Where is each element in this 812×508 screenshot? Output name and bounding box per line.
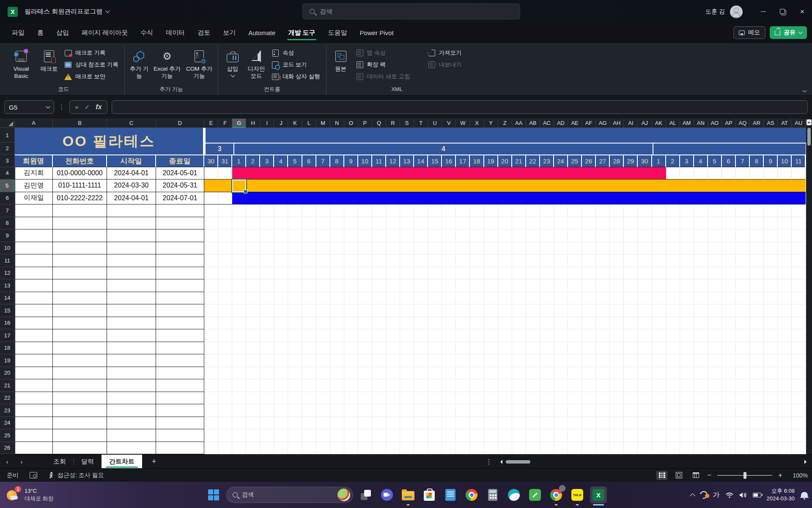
grid-cell[interactable] [470,229,484,242]
grid-cell[interactable] [386,217,400,230]
empty-table-cell[interactable] [156,354,204,367]
grid-cell[interactable] [288,379,302,392]
grid-cell[interactable] [666,442,680,455]
design-mode-button[interactable]: 디자인 모드 [245,47,267,83]
scroll-up-arrow[interactable] [807,119,812,125]
grid-cell[interactable] [456,354,470,367]
grid-cell[interactable] [260,217,274,230]
grid-cell[interactable] [358,204,372,217]
grid-cell[interactable] [344,417,358,430]
column-header-A[interactable]: A [15,119,53,128]
grid-cell[interactable] [554,317,568,330]
column-header-L[interactable]: L [302,119,316,128]
empty-table-cell[interactable] [107,204,156,217]
grid-cell[interactable] [652,204,666,217]
gantt-bar-cell[interactable] [484,179,498,192]
grid-cell[interactable] [540,329,554,342]
grid-cell[interactable] [778,354,792,367]
grid-cell[interactable] [484,254,498,267]
grid-cell[interactable] [344,342,358,355]
grid-cell[interactable] [764,329,778,342]
gantt-bar-cell[interactable] [680,192,694,205]
grid-cell[interactable] [484,217,498,230]
grid-cell[interactable] [442,367,456,380]
grid-cell[interactable] [260,242,274,255]
grid-cell[interactable] [246,367,260,380]
grid-cell[interactable] [750,217,764,230]
grid-cell[interactable] [582,367,596,380]
grid-cell[interactable] [400,354,414,367]
grid-cell[interactable] [386,254,400,267]
grid-cell[interactable] [540,379,554,392]
grid-cell[interactable] [596,417,610,430]
grid-cell[interactable] [764,379,778,392]
grid-cell[interactable] [330,204,344,217]
grid-cell[interactable] [694,267,708,280]
member-start-date[interactable]: 2024-04-01 [107,192,156,205]
grid-cell[interactable] [610,217,624,230]
grid-cell[interactable] [666,167,680,180]
grid-cell[interactable] [274,392,288,405]
search-box[interactable]: 검색 [302,3,520,19]
grid-cell[interactable] [484,267,498,280]
grid-cell[interactable] [456,304,470,317]
grid-cell[interactable] [344,279,358,292]
grid-cell[interactable] [554,217,568,230]
grid-cell[interactable] [442,317,456,330]
grid-cell[interactable] [330,429,344,442]
formula-input[interactable] [112,100,808,114]
grid-cell[interactable] [764,429,778,442]
grid-cell[interactable] [442,354,456,367]
run-dialog-button[interactable]: 대화 상자 실행 [269,72,323,82]
grid-cell[interactable] [400,204,414,217]
sheet-tab-간트차트[interactable]: 간트차트 [102,455,142,469]
grid-cell[interactable] [736,204,750,217]
grid-cell[interactable] [330,229,344,242]
grid-cell[interactable] [470,442,484,455]
grid-cell[interactable] [582,342,596,355]
grid-cell[interactable] [582,292,596,305]
grid-cell[interactable] [722,354,736,367]
grid-cell[interactable] [722,242,736,255]
grid-cell[interactable] [526,229,540,242]
grid-cell[interactable] [456,392,470,405]
gantt-bar-cell[interactable] [750,179,764,192]
gantt-bar-cell[interactable] [792,192,806,205]
grid-cell[interactable] [708,429,722,442]
grid-cell[interactable] [638,304,652,317]
grid-cell[interactable] [722,379,736,392]
empty-table-cell[interactable] [53,317,107,330]
gantt-bar-cell[interactable] [568,192,582,205]
grid-cell[interactable] [386,442,400,455]
grid-cell[interactable] [694,254,708,267]
grid-cell[interactable] [526,342,540,355]
gantt-bar-cell[interactable] [232,167,246,180]
grid-cell[interactable] [540,229,554,242]
grid-cell[interactable] [232,229,246,242]
grid-cell[interactable] [778,204,792,217]
column-header-F[interactable]: F [218,119,232,128]
empty-table-cell[interactable] [15,304,53,317]
gantt-bar-cell[interactable] [484,192,498,205]
grid-cell[interactable] [568,279,582,292]
gantt-bar-cell[interactable] [638,192,652,205]
grid-cell[interactable] [526,429,540,442]
empty-table-cell[interactable] [53,279,107,292]
grid-cell[interactable] [778,342,792,355]
grid-cell[interactable] [750,392,764,405]
grid-cell[interactable] [246,317,260,330]
grid-cell[interactable] [470,404,484,417]
ribbon-collapse-icon[interactable] [803,88,807,93]
grid-cell[interactable] [386,342,400,355]
grid-cell[interactable] [316,429,330,442]
empty-table-cell[interactable] [53,379,107,392]
grid-cell[interactable] [428,442,442,455]
grid-cell[interactable] [288,304,302,317]
gantt-bar-cell[interactable] [372,192,386,205]
grid-cell[interactable] [316,404,330,417]
grid-cell[interactable] [582,404,596,417]
grid-cell[interactable] [540,242,554,255]
gantt-bar-cell[interactable] [274,167,288,180]
grid-cell[interactable] [316,267,330,280]
grid-cell[interactable] [680,229,694,242]
